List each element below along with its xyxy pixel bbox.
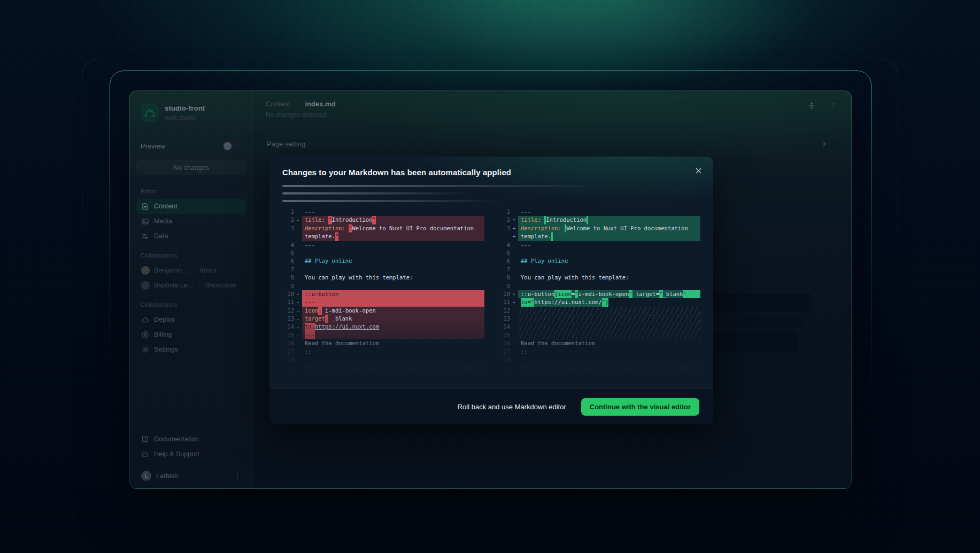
diff-marker (294, 208, 302, 216)
code-text: You can play with this template: (518, 274, 700, 282)
diff-line: 4--- (498, 241, 700, 249)
line-number: 10 (498, 290, 510, 298)
code-text (518, 266, 700, 274)
code-text (518, 356, 700, 364)
diff-marker (294, 364, 302, 372)
code-text: --- (302, 208, 484, 216)
line-number: 16 (498, 339, 510, 347)
diff-line: 3+description: Welcome to Nuxt UI Pro do… (498, 224, 700, 232)
code-text (302, 266, 484, 274)
diff-marker (510, 307, 518, 315)
diff-line: -template." (282, 232, 484, 240)
diff-marker: - (294, 315, 302, 323)
diff-line: 15---- (282, 331, 484, 339)
diff-line: 8You can play with this template: (282, 274, 484, 282)
diff-marker: - (294, 290, 302, 298)
code-text: icon: i-mdi-book-open (302, 307, 484, 315)
modal-skeleton-line (282, 185, 599, 187)
diff-marker (510, 323, 518, 331)
rollback-button[interactable]: Roll back and use Markdown editor (458, 403, 566, 411)
code-text: :: (518, 348, 700, 356)
line-number: 7 (282, 266, 294, 274)
diff-line: 12 (498, 307, 700, 315)
code-text: ## Play online (518, 257, 700, 265)
continue-visual-editor-button[interactable]: Continue with the visual editor (581, 398, 699, 416)
diff-line: 18 (498, 356, 700, 364)
diff-line: 9 (282, 282, 484, 290)
code-text: template. (518, 232, 700, 240)
line-number: 8 (282, 274, 294, 282)
diff-marker: - (294, 307, 302, 315)
diff-line: +template. (498, 232, 700, 240)
code-text (302, 249, 484, 257)
diff-line: 5 (282, 249, 484, 257)
diff-line: 3-description: "Welcome to Nuxt UI Pro d… (282, 224, 484, 232)
line-number: 11 (282, 298, 294, 306)
line-number: 13 (498, 315, 510, 323)
diff-marker: + (510, 298, 518, 306)
diff-marker (510, 249, 518, 257)
diff-marker: + (510, 224, 518, 232)
diff-marker (294, 348, 302, 356)
code-text: Read the documentation (518, 339, 700, 347)
code-text: ::u-button{icon="i-mdi-book-open" target… (518, 290, 700, 298)
code-text: Read the documentation (302, 339, 484, 347)
diff-line: 11+to="https://ui.nuxt.com/"} (498, 298, 700, 306)
code-text: description: Welcome to Nuxt UI Pro docu… (518, 224, 700, 232)
line-number: 6 (498, 257, 510, 265)
diff-marker (510, 348, 518, 356)
diff-pane-removed: 1---2-title: "Introduction"3-description… (282, 208, 484, 372)
diff-line: 6## Play online (498, 257, 700, 265)
diff-line: 2+title: Introduction (498, 216, 700, 224)
diff-line: 17:: (282, 348, 484, 356)
diff-line: 2-title: "Introduction" (282, 216, 484, 224)
diff-line: 1--- (282, 208, 484, 216)
code-text: description: "Welcome to Nuxt UI Pro doc… (302, 224, 484, 232)
code-text: to="https://ui.nuxt.com/"} (518, 298, 700, 306)
diff-marker: + (510, 216, 518, 224)
code-text: target: _blank (302, 315, 484, 323)
diff-line: 5 (498, 249, 700, 257)
line-number: 9 (282, 282, 294, 290)
line-number: 2 (498, 216, 510, 224)
diff-line: 17:: (498, 348, 700, 356)
app-window: studio-front nuxt.studio Preview No chan… (129, 90, 852, 489)
diff-marker (510, 241, 518, 249)
close-icon[interactable] (695, 167, 703, 175)
modal-skeleton-line (282, 192, 471, 194)
line-number: 3 (282, 224, 294, 232)
code-text (518, 331, 700, 339)
code-text (302, 282, 484, 290)
line-number: 14 (498, 323, 510, 331)
diff-line: 7 (282, 266, 484, 274)
diff-line: 11---- (282, 298, 484, 306)
diff-marker (294, 257, 302, 265)
line-number: 15 (498, 331, 510, 339)
code-text: title: "Introduction" (302, 216, 484, 224)
code-text: ## Play online (302, 257, 484, 265)
diff-marker (294, 356, 302, 364)
diff-marker (510, 208, 518, 216)
diff-line: 16Read the documentation (282, 339, 484, 347)
diff-line: 7 (498, 266, 700, 274)
line-number (498, 232, 510, 240)
diff-line: 10+::u-button{icon="i-mdi-book-open" tar… (498, 290, 700, 298)
diff-marker (510, 257, 518, 265)
line-number: 3 (498, 224, 510, 232)
diff-line: 19There are already many website based o… (498, 364, 700, 372)
line-number: 5 (282, 249, 294, 257)
line-number: 1 (498, 208, 510, 216)
line-number: 4 (282, 241, 294, 249)
diff-marker (510, 315, 518, 323)
line-number: 19 (282, 364, 294, 372)
diff-marker (510, 331, 518, 339)
diff-line: 4--- (282, 241, 484, 249)
line-number: 15 (282, 331, 294, 339)
line-number: 1 (282, 208, 294, 216)
diff-marker (294, 282, 302, 290)
diff-marker (510, 364, 518, 372)
line-number: 19 (498, 364, 510, 372)
diff-line: 19There are already many website based o… (282, 364, 484, 372)
code-text: --- (518, 208, 700, 216)
code-text: --- (518, 241, 700, 249)
